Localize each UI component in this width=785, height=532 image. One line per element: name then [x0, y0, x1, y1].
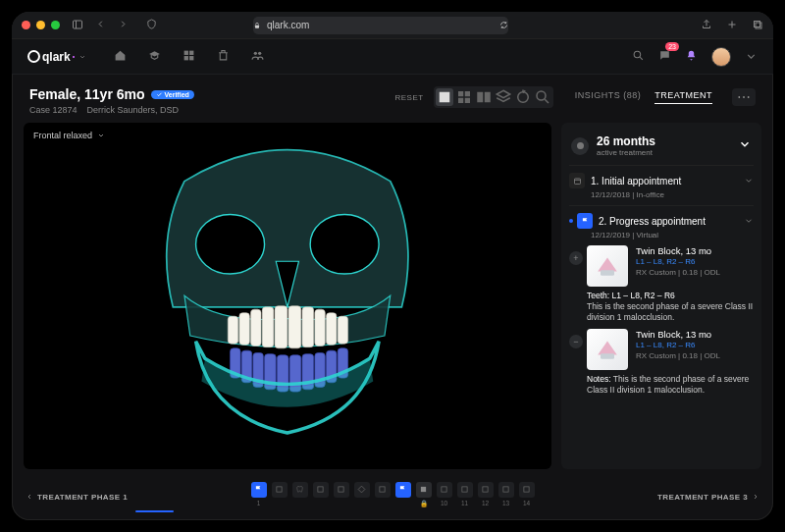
logo-text: qlark: [42, 50, 71, 64]
svg-rect-26: [262, 307, 274, 347]
device-meta: RX Custom | 0.18 | ODL: [636, 351, 754, 360]
tab-treatment[interactable]: TREATMENT: [654, 90, 712, 104]
svg-point-19: [517, 92, 528, 103]
tl-step-icon[interactable]: [272, 482, 288, 498]
svg-rect-47: [318, 487, 323, 492]
chevron-down-icon[interactable]: [744, 172, 754, 189]
remove-icon[interactable]: −: [569, 335, 583, 348]
forward-icon[interactable]: [118, 19, 129, 31]
tab-insights[interactable]: INSIGHTS (88): [575, 90, 642, 104]
svg-rect-24: [239, 313, 249, 346]
treatment-panel: 26 months active treatment 1. Initial ap…: [561, 123, 761, 469]
treatment-duration-sub: active treatment: [597, 148, 655, 157]
chevron-down-icon[interactable]: [745, 50, 758, 63]
maximize-window-icon[interactable]: [51, 21, 60, 29]
view-layers-icon[interactable]: [495, 88, 512, 106]
3d-viewer[interactable]: Frontal relaxed: [24, 123, 551, 469]
verified-badge: Verified: [151, 90, 194, 99]
refresh-icon[interactable]: [499, 21, 508, 29]
minimize-window-icon[interactable]: [36, 21, 45, 29]
svg-rect-0: [74, 21, 82, 28]
teeth-label: Teeth: L1 – L8, R2 – R6: [587, 291, 675, 300]
more-button[interactable]: ⋯: [732, 88, 756, 106]
patient-title: Female, 11yr 6mo: [29, 86, 145, 102]
view-grid-icon[interactable]: [455, 88, 473, 106]
share-icon[interactable]: [701, 17, 712, 34]
shield-icon[interactable]: [146, 19, 157, 31]
view-rotate-icon[interactable]: [514, 88, 532, 106]
bell-icon[interactable]: [685, 48, 698, 66]
svg-rect-43: [574, 178, 580, 184]
tl-step-icon[interactable]: [478, 482, 494, 498]
view-zoom-icon[interactable]: [534, 88, 551, 106]
device-card[interactable]: + Twin Block, 13 mo L1 – L8, R2 – R6 RX …: [587, 245, 754, 287]
case-id: Case 12874: [29, 105, 78, 115]
trash-icon[interactable]: [217, 48, 230, 66]
svg-rect-3: [755, 21, 760, 27]
tl-step-icon[interactable]: [519, 482, 535, 498]
prev-phase-button[interactable]: TREATMENT PHASE 1: [26, 493, 128, 502]
svg-rect-31: [327, 313, 337, 346]
svg-rect-7: [184, 56, 188, 60]
svg-rect-44: [601, 270, 614, 276]
reset-button[interactable]: RESET: [394, 93, 423, 102]
expand-icon[interactable]: [738, 137, 752, 155]
chat-icon[interactable]: [658, 48, 671, 66]
new-tab-icon[interactable]: [726, 17, 738, 34]
appt-title: 1. Initial appointment: [591, 176, 681, 186]
device-card[interactable]: − Twin Block, 13 mo L1 – L8, R2 – R6 RX …: [587, 329, 754, 370]
tl-step-icon[interactable]: [457, 482, 473, 498]
close-window-icon[interactable]: [22, 21, 30, 29]
chevron-down-icon[interactable]: [744, 212, 754, 230]
svg-rect-52: [462, 487, 467, 492]
tl-step-icon[interactable]: [437, 482, 452, 498]
device-range[interactable]: L1 – L8, R2 – R6: [636, 341, 754, 349]
flag-icon: [577, 213, 593, 229]
appointment-1[interactable]: 1. Initial appointment 12/12/2018 | In-o…: [569, 165, 754, 205]
timeline-progress: [135, 510, 174, 512]
tl-step-flag-icon[interactable]: [395, 482, 411, 498]
device-range[interactable]: L1 – L8, R2 – R6: [636, 257, 754, 266]
browser-chrome: qlark.com: [12, 12, 773, 39]
view-single-icon[interactable]: [436, 88, 453, 106]
timeline: TREATMENT PHASE 1 1: [12, 473, 773, 520]
svg-rect-50: [421, 487, 426, 492]
tl-step-current-icon[interactable]: [416, 482, 432, 498]
sidebar-toggle-icon[interactable]: [72, 19, 83, 32]
education-icon[interactable]: [148, 48, 161, 66]
people-icon[interactable]: [251, 48, 264, 66]
window-controls[interactable]: [22, 21, 60, 29]
view-compare-icon[interactable]: [475, 88, 493, 106]
svg-rect-46: [277, 487, 282, 492]
tl-step-icon[interactable]: [313, 482, 329, 498]
tl-step-icon[interactable]: [334, 482, 349, 498]
svg-point-9: [254, 51, 257, 54]
url-bar[interactable]: qlark.com: [253, 17, 508, 34]
svg-rect-29: [302, 307, 314, 347]
back-icon[interactable]: [95, 19, 106, 31]
tl-step-tooth-icon[interactable]: [292, 482, 308, 498]
device-thumb: [587, 245, 628, 287]
add-icon[interactable]: +: [569, 251, 583, 265]
treatment-summary[interactable]: 26 months active treatment: [569, 131, 754, 165]
tl-step-icon[interactable]: [498, 482, 514, 498]
appointment-2[interactable]: 2. Progress appointment 12/12/2019 | Vir…: [569, 205, 754, 407]
search-icon[interactable]: [632, 48, 645, 66]
logo[interactable]: qlark•: [27, 50, 86, 64]
skull-render: [24, 123, 551, 469]
svg-rect-25: [251, 309, 261, 346]
svg-rect-38: [289, 355, 301, 392]
tl-step-diamond-icon[interactable]: [354, 482, 370, 498]
tl-step-icon[interactable]: [375, 482, 391, 498]
tl-step-flag-icon[interactable]: [251, 482, 267, 498]
next-phase-button[interactable]: TREATMENT PHASE 3: [657, 493, 759, 502]
svg-rect-54: [503, 487, 508, 492]
tabs-icon[interactable]: [752, 17, 763, 34]
svg-rect-49: [380, 487, 385, 492]
svg-point-22: [310, 215, 379, 275]
check-icon: [156, 91, 163, 98]
home-icon[interactable]: [114, 48, 127, 66]
svg-rect-4: [756, 23, 761, 28]
avatar[interactable]: [711, 47, 731, 67]
grid-icon[interactable]: [183, 48, 195, 66]
